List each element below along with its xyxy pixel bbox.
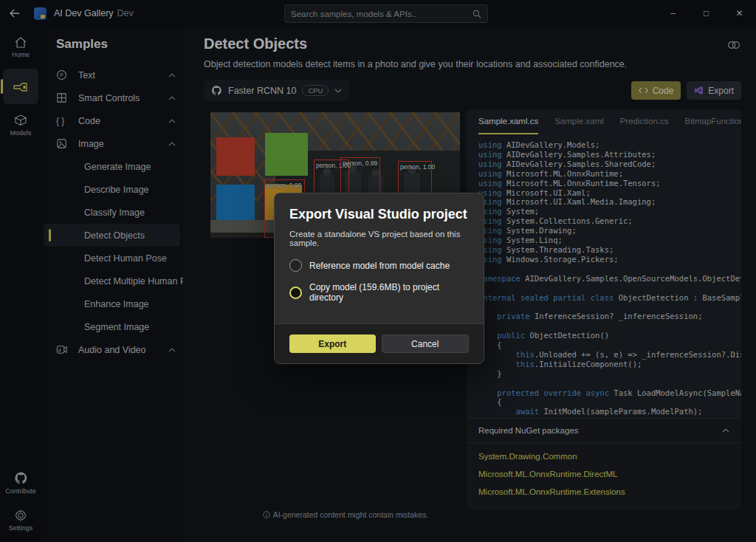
dialog-footer: Export Cancel [275,323,484,363]
radio-unselected-icon[interactable] [289,259,302,272]
radio-label: Copy model (159.6MB) to project director… [309,282,469,303]
dialog-export-button[interactable]: Export [289,335,376,353]
radio-label: Reference model from model cache [309,261,450,271]
radio-selected-icon[interactable] [289,287,302,299]
export-dialog: Export Visual Studio project Create a st… [274,193,484,364]
radio-copy-model[interactable]: Copy model (159.6MB) to project director… [289,282,469,303]
dialog-cancel-button[interactable]: Cancel [382,335,470,353]
app-window: AI Dev GalleryDev Search samples, models… [0,0,756,542]
dialog-subtitle: Create a standalone VS project based on … [289,230,469,247]
radio-reference-model[interactable]: Reference model from model cache [289,259,469,272]
dialog-title: Export Visual Studio project [289,207,469,222]
